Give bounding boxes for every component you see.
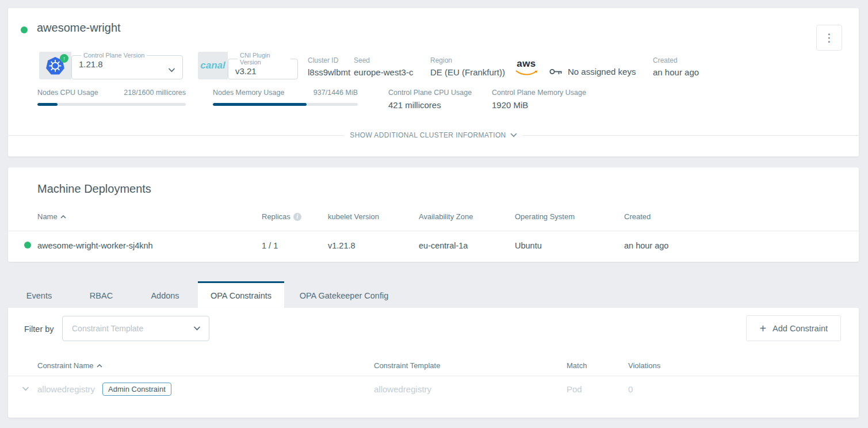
cluster-id-item: Cluster ID l8ss9wlbmt	[308, 56, 350, 77]
cluster-detail-tabs: Events RBAC Addons OPA Constraints OPA G…	[8, 281, 404, 308]
upgrade-available-icon: ↑	[60, 54, 68, 63]
chevron-down-icon[interactable]	[168, 68, 175, 72]
tab-events[interactable]: Events	[8, 281, 70, 308]
kubernetes-logo: ↑	[39, 52, 71, 79]
constraint-name: allowedregistry	[37, 384, 95, 394]
nodes-memory-usage-value: 937/1446 MiB	[313, 89, 358, 97]
divider	[523, 135, 859, 136]
chevron-down-icon	[510, 133, 517, 137]
column-header-operating-system: Operating System	[515, 212, 575, 221]
control-plane-version-value: 1.21.8	[79, 59, 103, 69]
region-value: DE (EU (Frankfurt))	[430, 67, 505, 77]
machine-deployment-row[interactable]: awesome-wright-worker-sj4knh 1 / 1 v1.21…	[8, 231, 859, 261]
key-icon	[549, 68, 563, 75]
column-header-violations: Violations	[628, 361, 660, 370]
tab-opa-constraints[interactable]: OPA Constraints	[198, 281, 284, 308]
show-more-label: SHOW ADDITIONAL CLUSTER INFORMATION	[350, 131, 506, 139]
add-constraint-label: Add Constraint	[773, 324, 828, 333]
seed-label: Seed	[354, 56, 413, 64]
cluster-id-value: l8ss9wlbmt	[308, 67, 350, 77]
deployment-status-icon	[24, 242, 31, 249]
column-header-kubelet-version: kubelet Version	[328, 212, 379, 221]
column-header-match: Match	[567, 361, 587, 370]
cp-cpu-usage-value: 421 millicores	[388, 100, 472, 110]
add-constraint-button[interactable]: + Add Constraint	[746, 315, 841, 341]
deployment-name: awesome-wright-worker-sj4knh	[37, 241, 153, 250]
cluster-summary-card: awesome-wright ⋮ ↑ Co	[8, 8, 859, 156]
control-plane-version-select[interactable]: Control Plane Version 1.21.8	[71, 52, 183, 79]
cluster-menu-button[interactable]: ⋮	[816, 25, 842, 51]
plus-icon: +	[759, 323, 766, 334]
tab-opa-gatekeeper-config[interactable]: OPA Gatekeeper Config	[284, 281, 404, 308]
constraint-violations: 0	[628, 384, 633, 394]
created-label: Created	[653, 56, 699, 64]
column-header-name[interactable]: Name	[37, 212, 66, 221]
control-plane-cpu-usage: Control Plane CPU Usage 421 millicores	[388, 89, 472, 110]
region-label: Region	[430, 56, 505, 64]
constraint-row[interactable]: allowedregistry Admin Constraint allowed…	[8, 376, 859, 405]
deployment-created: an hour ago	[624, 241, 668, 250]
nodes-memory-usage: Nodes Memory Usage 937/1446 MiB	[213, 89, 358, 106]
nodes-cpu-usage-value: 218/1600 millicores	[124, 89, 186, 97]
tab-rbac[interactable]: RBAC	[70, 281, 132, 308]
column-header-replicas: Replicas i	[262, 212, 301, 221]
canal-logo-text: canal	[200, 60, 225, 71]
created-value: an hour ago	[653, 67, 699, 77]
cni-plugin-version-value: v3.21	[235, 66, 257, 76]
info-icon[interactable]: i	[293, 213, 301, 221]
region-item: Region DE (EU (Frankfurt))	[430, 56, 505, 77]
ssh-keys-row[interactable]: No assigned keys	[549, 67, 636, 77]
control-plane-memory-usage: Control Plane Memory Usage 1920 MiB	[492, 89, 586, 110]
control-plane-version-label: Control Plane Version	[81, 52, 147, 59]
aws-logo-text: aws	[514, 60, 538, 68]
constraint-match: Pod	[567, 384, 582, 394]
deployment-kubelet-version: v1.21.8	[328, 241, 355, 250]
cni-plugin-version-field: CNI Plugin Version v3.21	[228, 52, 298, 79]
deployment-operating-system: Ubuntu	[515, 241, 542, 250]
cni-plugin-version-label: CNI Plugin Version	[238, 52, 290, 66]
opa-constraints-panel: Filter by Constraint Template + Add Cons…	[8, 308, 859, 418]
version-row: ↑ Control Plane Version 1.21.8 canal CNI…	[39, 52, 298, 79]
sort-asc-icon	[97, 364, 102, 368]
deployment-replicas: 1 / 1	[262, 241, 278, 250]
column-header-created: Created	[624, 212, 651, 221]
nodes-memory-usage-bar	[213, 103, 358, 106]
sort-asc-icon	[60, 215, 66, 219]
machine-deployments-card: Machine Deployments Name Replicas i kube…	[8, 167, 859, 262]
column-header-constraint-template: Constraint Template	[374, 361, 440, 370]
cp-cpu-usage-label: Control Plane CPU Usage	[388, 89, 472, 97]
tab-addons[interactable]: Addons	[132, 281, 198, 308]
divider	[8, 135, 344, 136]
seed-value: europe-west3-c	[354, 67, 413, 77]
cluster-id-label: Cluster ID	[308, 56, 350, 64]
aws-smile-icon	[515, 70, 538, 76]
canal-logo: canal	[198, 52, 228, 79]
created-item: Created an hour ago	[653, 56, 699, 77]
admin-constraint-badge: Admin Constraint	[102, 383, 171, 396]
machine-deployments-title: Machine Deployments	[37, 182, 151, 196]
ssh-keys-text: No assigned keys	[568, 67, 636, 77]
cp-memory-usage-label: Control Plane Memory Usage	[492, 89, 586, 97]
deployment-availability-zone: eu-central-1a	[419, 241, 468, 250]
constraint-template: allowedregistry	[374, 384, 431, 394]
constraint-template-filter-select[interactable]: Constraint Template	[62, 316, 209, 341]
filter-placeholder: Constraint Template	[72, 324, 193, 333]
nodes-cpu-usage-label: Nodes CPU Usage	[37, 89, 98, 97]
column-header-constraint-name[interactable]: Constraint Name	[37, 361, 102, 370]
kebab-menu-icon: ⋮	[824, 31, 835, 44]
cluster-title: awesome-wright	[37, 21, 121, 35]
filter-by-label: Filter by	[24, 324, 54, 334]
aws-provider-logo: aws	[514, 60, 538, 78]
nodes-cpu-usage-bar	[37, 103, 186, 106]
constraint-name-cell: allowedregistry Admin Constraint	[37, 383, 171, 396]
show-additional-cluster-information-toggle[interactable]: SHOW ADDITIONAL CLUSTER INFORMATION	[8, 131, 859, 139]
chevron-down-icon	[193, 326, 201, 331]
expand-chevron-icon[interactable]	[22, 387, 29, 391]
cp-memory-usage-value: 1920 MiB	[492, 100, 586, 110]
cluster-status-icon	[21, 26, 28, 33]
column-header-availability-zone: Availability Zone	[419, 212, 473, 221]
nodes-cpu-usage: Nodes CPU Usage 218/1600 millicores	[37, 89, 186, 106]
nodes-memory-usage-label: Nodes Memory Usage	[213, 89, 284, 97]
seed-item: Seed europe-west3-c	[354, 56, 413, 77]
